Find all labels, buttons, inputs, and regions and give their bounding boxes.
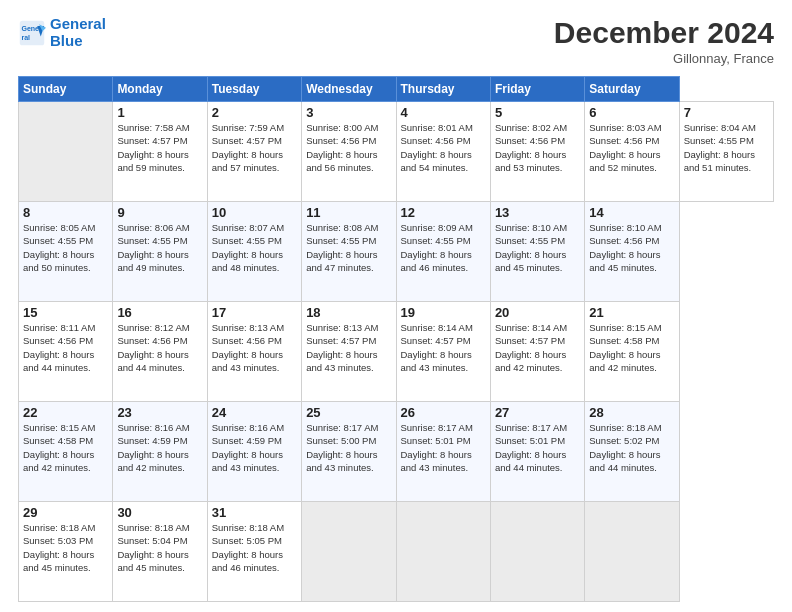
sunset-line: Sunset: 4:59 PM <box>212 434 297 447</box>
daylight-line: Daylight: 8 hours and 56 minutes. <box>306 148 391 175</box>
sunrise-line: Sunrise: 8:00 AM <box>306 121 391 134</box>
col-tuesday: Tuesday <box>207 77 301 102</box>
sunrise-line: Sunrise: 8:16 AM <box>117 421 202 434</box>
table-row: 7 Sunrise: 8:04 AM Sunset: 4:55 PM Dayli… <box>679 102 773 202</box>
sunset-line: Sunset: 4:57 PM <box>495 334 580 347</box>
day-number: 23 <box>117 405 202 420</box>
sunset-line: Sunset: 4:56 PM <box>212 334 297 347</box>
table-row: 20 Sunrise: 8:14 AM Sunset: 4:57 PM Dayl… <box>490 302 584 402</box>
day-number: 22 <box>23 405 108 420</box>
day-number: 13 <box>495 205 580 220</box>
sunset-line: Sunset: 4:55 PM <box>306 234 391 247</box>
sunset-line: Sunset: 5:02 PM <box>589 434 674 447</box>
daylight-line: Daylight: 8 hours and 44 minutes. <box>23 348 108 375</box>
week-row-1: 8 Sunrise: 8:05 AM Sunset: 4:55 PM Dayli… <box>19 202 774 302</box>
col-friday: Friday <box>490 77 584 102</box>
sunrise-line: Sunrise: 8:16 AM <box>212 421 297 434</box>
sunrise-line: Sunrise: 7:59 AM <box>212 121 297 134</box>
day-number: 25 <box>306 405 391 420</box>
sunset-line: Sunset: 5:03 PM <box>23 534 108 547</box>
col-wednesday: Wednesday <box>302 77 396 102</box>
sunset-line: Sunset: 4:56 PM <box>306 134 391 147</box>
sunrise-line: Sunrise: 8:17 AM <box>306 421 391 434</box>
sunrise-line: Sunrise: 8:12 AM <box>117 321 202 334</box>
day-number: 6 <box>589 105 674 120</box>
table-row: 17 Sunrise: 8:13 AM Sunset: 4:56 PM Dayl… <box>207 302 301 402</box>
sunset-line: Sunset: 4:57 PM <box>401 334 486 347</box>
sunset-line: Sunset: 5:04 PM <box>117 534 202 547</box>
day-number: 21 <box>589 305 674 320</box>
table-row: 23 Sunrise: 8:16 AM Sunset: 4:59 PM Dayl… <box>113 402 207 502</box>
table-row: 13 Sunrise: 8:10 AM Sunset: 4:55 PM Dayl… <box>490 202 584 302</box>
daylight-line: Daylight: 8 hours and 50 minutes. <box>23 248 108 275</box>
daylight-line: Daylight: 8 hours and 42 minutes. <box>117 448 202 475</box>
daylight-line: Daylight: 8 hours and 43 minutes. <box>212 348 297 375</box>
sunrise-line: Sunrise: 8:14 AM <box>401 321 486 334</box>
sunset-line: Sunset: 4:58 PM <box>589 334 674 347</box>
page: Gene ral General Blue December 2024 Gill… <box>0 0 792 612</box>
day-number: 20 <box>495 305 580 320</box>
table-row <box>396 502 490 602</box>
day-number: 11 <box>306 205 391 220</box>
table-row: 9 Sunrise: 8:06 AM Sunset: 4:55 PM Dayli… <box>113 202 207 302</box>
daylight-line: Daylight: 8 hours and 46 minutes. <box>401 248 486 275</box>
sunrise-line: Sunrise: 8:10 AM <box>589 221 674 234</box>
daylight-line: Daylight: 8 hours and 45 minutes. <box>23 548 108 575</box>
logo-line1: General <box>50 15 106 32</box>
svg-text:ral: ral <box>22 34 31 41</box>
col-thursday: Thursday <box>396 77 490 102</box>
day-number: 4 <box>401 105 486 120</box>
daylight-line: Daylight: 8 hours and 44 minutes. <box>589 448 674 475</box>
day-number: 17 <box>212 305 297 320</box>
sunset-line: Sunset: 4:59 PM <box>117 434 202 447</box>
sunset-line: Sunset: 5:05 PM <box>212 534 297 547</box>
daylight-line: Daylight: 8 hours and 42 minutes. <box>23 448 108 475</box>
daylight-line: Daylight: 8 hours and 43 minutes. <box>306 348 391 375</box>
table-row: 27 Sunrise: 8:17 AM Sunset: 5:01 PM Dayl… <box>490 402 584 502</box>
daylight-line: Daylight: 8 hours and 42 minutes. <box>589 348 674 375</box>
svg-text:Gene: Gene <box>22 25 40 32</box>
table-row: 3 Sunrise: 8:00 AM Sunset: 4:56 PM Dayli… <box>302 102 396 202</box>
empty-cell <box>19 102 113 202</box>
col-monday: Monday <box>113 77 207 102</box>
sunset-line: Sunset: 5:00 PM <box>306 434 391 447</box>
logo: Gene ral General Blue <box>18 16 106 49</box>
day-number: 31 <box>212 505 297 520</box>
sunrise-line: Sunrise: 7:58 AM <box>117 121 202 134</box>
table-row: 4 Sunrise: 8:01 AM Sunset: 4:56 PM Dayli… <box>396 102 490 202</box>
table-row: 26 Sunrise: 8:17 AM Sunset: 5:01 PM Dayl… <box>396 402 490 502</box>
day-number: 2 <box>212 105 297 120</box>
sunrise-line: Sunrise: 8:18 AM <box>23 521 108 534</box>
day-number: 29 <box>23 505 108 520</box>
sunrise-line: Sunrise: 8:10 AM <box>495 221 580 234</box>
sunset-line: Sunset: 4:55 PM <box>212 234 297 247</box>
day-number: 1 <box>117 105 202 120</box>
table-row: 8 Sunrise: 8:05 AM Sunset: 4:55 PM Dayli… <box>19 202 113 302</box>
sunset-line: Sunset: 4:55 PM <box>684 134 769 147</box>
table-row <box>490 502 584 602</box>
sunset-line: Sunset: 4:57 PM <box>117 134 202 147</box>
week-row-2: 15 Sunrise: 8:11 AM Sunset: 4:56 PM Dayl… <box>19 302 774 402</box>
sunrise-line: Sunrise: 8:13 AM <box>306 321 391 334</box>
sunrise-line: Sunrise: 8:02 AM <box>495 121 580 134</box>
header-row: Sunday Monday Tuesday Wednesday Thursday… <box>19 77 774 102</box>
table-row: 5 Sunrise: 8:02 AM Sunset: 4:56 PM Dayli… <box>490 102 584 202</box>
daylight-line: Daylight: 8 hours and 59 minutes. <box>117 148 202 175</box>
table-row: 14 Sunrise: 8:10 AM Sunset: 4:56 PM Dayl… <box>585 202 679 302</box>
week-row-4: 29 Sunrise: 8:18 AM Sunset: 5:03 PM Dayl… <box>19 502 774 602</box>
day-number: 14 <box>589 205 674 220</box>
logo-icon: Gene ral <box>18 19 46 47</box>
sunrise-line: Sunrise: 8:07 AM <box>212 221 297 234</box>
daylight-line: Daylight: 8 hours and 45 minutes. <box>117 548 202 575</box>
table-row: 15 Sunrise: 8:11 AM Sunset: 4:56 PM Dayl… <box>19 302 113 402</box>
day-number: 27 <box>495 405 580 420</box>
table-row: 28 Sunrise: 8:18 AM Sunset: 5:02 PM Dayl… <box>585 402 679 502</box>
table-row: 16 Sunrise: 8:12 AM Sunset: 4:56 PM Dayl… <box>113 302 207 402</box>
daylight-line: Daylight: 8 hours and 42 minutes. <box>495 348 580 375</box>
sunset-line: Sunset: 4:57 PM <box>306 334 391 347</box>
daylight-line: Daylight: 8 hours and 53 minutes. <box>495 148 580 175</box>
logo-line2: Blue <box>50 32 83 49</box>
daylight-line: Daylight: 8 hours and 43 minutes. <box>401 448 486 475</box>
day-number: 8 <box>23 205 108 220</box>
daylight-line: Daylight: 8 hours and 54 minutes. <box>401 148 486 175</box>
